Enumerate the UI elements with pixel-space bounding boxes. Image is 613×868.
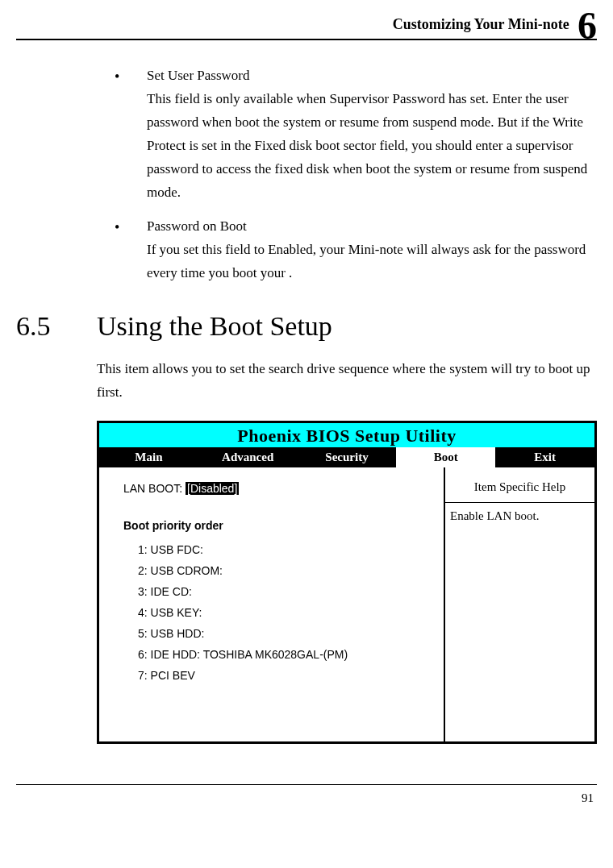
tab-advanced[interactable]: Advanced xyxy=(198,447,298,467)
tab-exit[interactable]: Exit xyxy=(495,447,594,467)
bullet-title: Password on Boot xyxy=(147,218,247,234)
tab-security[interactable]: Security xyxy=(298,447,397,467)
section-number: 6.5 xyxy=(16,311,97,342)
bullet-item: Password on Boot If you set this field t… xyxy=(97,215,597,285)
lan-boot-row[interactable]: LAN BOOT: [Disabled] xyxy=(123,482,432,495)
bios-tabs: Main Advanced Security Boot Exit xyxy=(99,447,594,467)
bullet-body: This field is only available when Superv… xyxy=(147,91,587,200)
section-intro: This item allows you to set the search d… xyxy=(97,358,597,405)
boot-priority-title: Boot priority order xyxy=(123,519,432,532)
boot-priority-list: 1: USB FDC: 2: USB CDROM: 3: IDE CD: 4: … xyxy=(123,543,432,682)
help-body: Enable LAN boot. xyxy=(445,503,594,741)
bios-left-pane: LAN BOOT: [Disabled] Boot priority order… xyxy=(99,467,444,741)
chapter-number: 6 xyxy=(573,4,597,47)
bios-title: Phoenix BIOS Setup Utility xyxy=(99,423,594,447)
section-title: Using the Boot Setup xyxy=(97,311,332,342)
section-heading: 6.5 Using the Boot Setup xyxy=(16,311,597,342)
tab-main[interactable]: Main xyxy=(99,447,198,467)
lan-boot-value[interactable]: [Disabled] xyxy=(186,482,239,495)
boot-item[interactable]: 5: USB HDD: xyxy=(138,627,432,640)
bullet-item: Set User Password This field is only ava… xyxy=(97,64,597,204)
bios-panel: Phoenix BIOS Setup Utility Main Advanced… xyxy=(97,421,597,744)
bullet-body: If you set this field to Enabled, your M… xyxy=(147,242,586,280)
tab-boot[interactable]: Boot xyxy=(396,447,495,467)
boot-item[interactable]: 4: USB KEY: xyxy=(138,606,432,619)
lan-boot-label: LAN BOOT: xyxy=(123,482,182,495)
bullet-title: Set User Password xyxy=(147,68,250,83)
boot-item[interactable]: 7: PCI BEV xyxy=(138,669,432,682)
page-header: Customizing Your Mini-note 6 xyxy=(16,16,597,40)
boot-item[interactable]: 2: USB CDROM: xyxy=(138,564,432,577)
boot-item[interactable]: 3: IDE CD: xyxy=(138,585,432,598)
boot-item[interactable]: 6: IDE HDD: TOSHIBA MK6028GAL-(PM) xyxy=(138,648,432,661)
bios-help-pane: Item Specific Help Enable LAN boot. xyxy=(444,467,594,741)
boot-item[interactable]: 1: USB FDC: xyxy=(138,543,432,556)
bullet-section: Set User Password This field is only ava… xyxy=(97,64,597,285)
page-number: 91 xyxy=(16,785,597,805)
bios-body: LAN BOOT: [Disabled] Boot priority order… xyxy=(99,467,594,741)
help-title: Item Specific Help xyxy=(445,467,594,503)
header-title: Customizing Your Mini-note xyxy=(393,16,569,32)
